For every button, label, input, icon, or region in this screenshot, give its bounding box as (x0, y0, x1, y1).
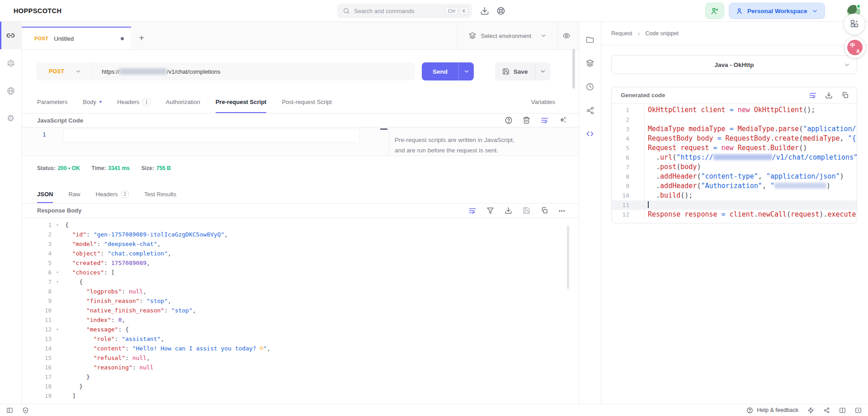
sidebar-item-environments[interactable] (579, 52, 601, 75)
share-icon[interactable] (823, 407, 830, 414)
line-number: 2 (26, 230, 52, 239)
request-tab-strip: POST Untitled + Select environment (22, 22, 579, 50)
sidebar-item-collections[interactable] (579, 28, 601, 52)
tab-variables[interactable]: Variables (531, 99, 555, 105)
tab-test-results[interactable]: Test Results (144, 185, 176, 203)
save-options-chevron[interactable] (535, 62, 551, 80)
wrap-lines-icon[interactable] (468, 207, 476, 215)
prerequest-script-editor[interactable]: 1 Pre-request scripts are written in Jav… (22, 128, 579, 156)
invite-user-button[interactable] (705, 3, 724, 19)
sidebar-item-graphql[interactable] (0, 49, 21, 77)
line-number: 11 (26, 315, 52, 325)
tab-parameters[interactable]: Parameters (37, 90, 67, 113)
toggle-right-panel-icon[interactable] (855, 407, 862, 414)
main-panel: POST Untitled + Select environment (22, 22, 579, 404)
tab-untitled-request[interactable]: POST Untitled (22, 27, 131, 49)
search-input[interactable]: Search and commands Ctrl K (337, 4, 472, 18)
toggle-left-panel-icon[interactable] (839, 407, 846, 414)
workspace-selector-button[interactable]: Personal Workspace (729, 3, 825, 19)
save-response-icon[interactable] (523, 207, 531, 215)
environment-label: Select environment (481, 33, 531, 39)
generate-script-wand-icon[interactable] (559, 116, 567, 124)
response-headers-badge: 2 (121, 191, 129, 198)
shortcuts-zap-icon[interactable] (807, 407, 814, 414)
environment-selector[interactable]: Select environment (468, 32, 547, 40)
search-placeholder: Search and commands (354, 8, 443, 14)
line-number: 4 (612, 134, 645, 143)
browser-extension-icon[interactable] (844, 14, 865, 34)
fold-arrow-icon[interactable]: ▾ (52, 220, 63, 230)
language-select[interactable]: Java - OkHttp (611, 55, 857, 74)
url-field[interactable]: POST https:///v1/chat/completions (36, 62, 415, 80)
breadcrumb-request[interactable]: Request (611, 30, 632, 37)
download-icon[interactable] (505, 207, 513, 215)
code-line: 18 } (26, 382, 579, 391)
code-text: ] (63, 391, 75, 401)
save-button[interactable]: Save (495, 62, 535, 80)
tab-json[interactable]: JSON (37, 185, 53, 203)
fold-arrow-icon[interactable]: ▾ (52, 268, 63, 277)
code-line: 3MediaType mediaType = MediaType.parse("… (612, 124, 857, 134)
help-icon[interactable] (505, 116, 513, 124)
time-value: 3341 ms (108, 165, 129, 171)
chevron-down-icon[interactable] (75, 68, 81, 75)
tab-headers[interactable]: Headers1 (117, 90, 151, 113)
interceptor-shield-icon[interactable] (22, 407, 29, 414)
response-toolbar: ••• (468, 207, 567, 215)
wrap-lines-icon[interactable] (809, 91, 817, 99)
line-number: 5 (612, 143, 645, 153)
gear-icon: ⚙ (7, 113, 14, 123)
download-icon[interactable] (825, 91, 833, 99)
tab-raw[interactable]: Raw (68, 185, 80, 203)
response-body-viewer[interactable]: 1▾{2 "id": "gen-1757089089-itolIcaGzgDKC… (22, 218, 579, 401)
fold-arrow-icon[interactable]: ▾ (52, 325, 63, 334)
install-download-icon[interactable] (480, 6, 489, 15)
code-text: .addHeader("Authorization", ") (645, 181, 830, 191)
fold-arrow-icon[interactable]: ▾ (52, 277, 63, 287)
divider (91, 62, 92, 80)
copy-icon[interactable] (841, 91, 849, 99)
sidebar-item-realtime[interactable] (0, 77, 21, 104)
line-number: 8 (612, 172, 645, 181)
tab-body[interactable]: Body• (83, 90, 102, 113)
new-tab-button[interactable]: + (131, 27, 152, 49)
sidebar-item-history[interactable] (579, 75, 601, 99)
support-lifebuoy-icon[interactable] (496, 6, 505, 15)
send-options-chevron[interactable] (458, 62, 474, 80)
response-scrollbar[interactable] (567, 226, 569, 289)
tab-response-headers[interactable]: Headers2 (95, 185, 129, 203)
sidebar-item-settings[interactable]: ⚙ (0, 104, 21, 132)
hoppscotch-app: HOPPSCOTCH Search and commands Ctrl K Pe… (0, 0, 868, 416)
translate-extension-icon[interactable]: 中 A (844, 37, 865, 58)
sidebar-item-share[interactable] (579, 99, 601, 122)
editor-current-line[interactable] (63, 129, 359, 142)
more-options-ellipsis-icon[interactable]: ••• (559, 207, 567, 215)
clear-trash-icon[interactable] (523, 116, 531, 124)
graphql-icon (6, 59, 15, 68)
app-logo[interactable]: HOPPSCOTCH (14, 7, 61, 14)
line-number: 6 (612, 153, 645, 162)
help-feedback-button[interactable]: Help & feedback (746, 407, 798, 414)
sidebar-item-rest[interactable] (0, 22, 21, 49)
tab-post-request-script[interactable]: Post-request Script (282, 90, 332, 113)
send-button[interactable]: Send (422, 62, 458, 80)
tab-title: Untitled (54, 35, 115, 42)
section-title: Generated code (621, 92, 809, 99)
copy-icon[interactable] (541, 207, 549, 215)
size-value: 755 B (156, 165, 171, 171)
wrap-lines-icon[interactable] (541, 116, 549, 124)
filter-icon[interactable] (486, 207, 495, 215)
main-scrollbar[interactable] (572, 49, 575, 89)
code-text: Request request = new Request.Builder() (645, 143, 807, 153)
sidebar-item-code-snippet[interactable] (579, 122, 601, 146)
unsaved-dot (121, 37, 124, 40)
generated-code-viewer[interactable]: 1OkHttpClient client = new OkHttpClient(… (612, 104, 857, 223)
tab-authorization[interactable]: Authorization (166, 90, 200, 113)
code-text: "role": "assistant", (63, 334, 164, 344)
code-line: 9 "finish_reason": "stop", (26, 296, 579, 306)
environment-quick-peek-eye-icon[interactable] (562, 32, 571, 40)
url-input[interactable]: https:///v1/chat/completions (102, 68, 221, 75)
toggle-sidebar-icon[interactable] (6, 407, 13, 414)
method-select[interactable]: POST (49, 68, 64, 75)
tab-pre-request-script[interactable]: Pre-request Script (216, 90, 267, 113)
